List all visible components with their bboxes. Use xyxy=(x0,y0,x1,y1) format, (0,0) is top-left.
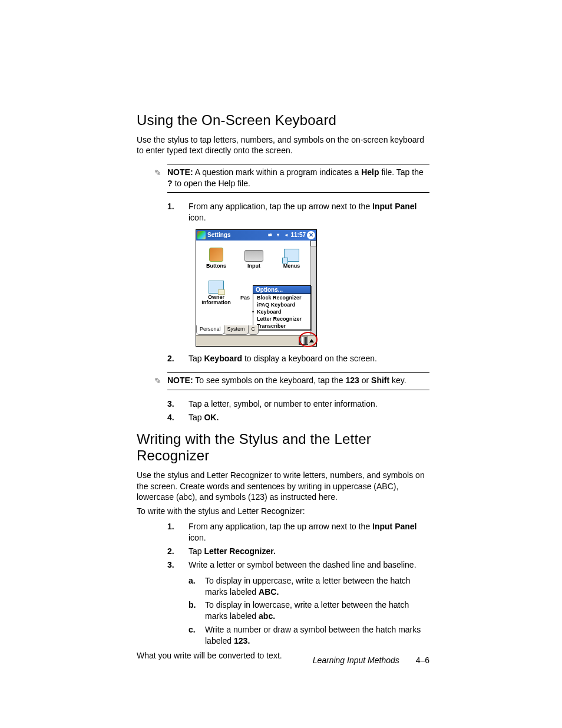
popup-item-block-recognizer[interactable]: Block Recognizer xyxy=(253,294,310,301)
owner-label: Owner Information xyxy=(199,295,234,305)
note-1: ✎ NOTE: A question mark within a program… xyxy=(167,164,429,192)
substep-c: c. Write a number or draw a symbol betwe… xyxy=(189,624,429,647)
note-icon: ✎ xyxy=(154,376,161,386)
substep-b: b. To display in lowercase, write a lett… xyxy=(189,599,429,622)
close-button[interactable]: ✕ xyxy=(307,231,315,239)
section2-intro: Use the stylus and Letter Recognizer to … xyxy=(137,470,429,502)
popup-item-keyboard[interactable]: Keyboard xyxy=(253,308,310,315)
settings-tabs: Personal System C xyxy=(196,325,258,335)
section2-lead: To write with the stylus and Letter Reco… xyxy=(137,506,429,516)
popup-item-transcriber[interactable]: Transcriber xyxy=(253,322,310,330)
titlebar-title: Settings xyxy=(207,232,230,238)
s2-step-1: 1. From any application, tap the up arro… xyxy=(167,521,429,543)
popup-item-letter-recognizer[interactable]: Letter Recognizer xyxy=(253,315,310,322)
step-2: 2. Tap Keyboard to display a keyboard on… xyxy=(167,353,429,364)
owner-info-applet[interactable]: Owner Information xyxy=(199,277,234,305)
step-4: 4. Tap OK. xyxy=(167,412,429,423)
device-frame: Settings ⇄ ▾ ◂ 11:57 ✕ Buttons Input xyxy=(196,229,317,347)
tab-system[interactable]: System xyxy=(224,325,249,335)
popup-header[interactable]: Options... xyxy=(253,286,310,294)
menus-icon xyxy=(284,249,299,262)
input-label: Input xyxy=(236,263,272,269)
section2-steps: 1. From any application, tap the up arro… xyxy=(167,521,429,571)
input-method-popup: Options... Block Recognizer iPAQ Keyboar… xyxy=(253,285,311,330)
sip-input-panel-button[interactable] xyxy=(297,336,315,345)
section1-steps-b: 2. Tap Keyboard to display a keyboard on… xyxy=(167,353,429,364)
page-footer: Learning Input Methods 4–6 xyxy=(313,655,429,665)
scroll-up-button[interactable] xyxy=(310,241,316,246)
start-icon[interactable] xyxy=(197,231,206,239)
note-1-text: NOTE: A question mark within a program i… xyxy=(167,167,429,188)
popup-item-ipaq-keyboard[interactable]: iPAQ Keyboard xyxy=(253,301,310,308)
section1-heading: Using the On-Screen Keyboard xyxy=(137,112,429,129)
s2-step-3: 3. Write a letter or symbol between the … xyxy=(167,559,429,571)
step-3: 3. Tap a letter, symbol, or number to en… xyxy=(167,398,429,410)
device-client-area: Buttons Input Menus Owner Information Pa… xyxy=(196,241,316,335)
menus-applet[interactable]: Menus xyxy=(274,245,309,269)
step-1: 1. From any application, tap the up arro… xyxy=(167,201,429,223)
input-applet[interactable]: Input xyxy=(236,245,272,269)
footer-chapter: Learning Input Methods xyxy=(313,655,399,665)
password-applet-truncated[interactable]: Pas xyxy=(236,277,254,301)
buttons-applet[interactable]: Buttons xyxy=(199,245,234,269)
clock[interactable]: 11:57 xyxy=(290,232,306,238)
tab-personal[interactable]: Personal xyxy=(196,325,224,335)
buttons-label: Buttons xyxy=(199,263,234,269)
section2-heading: Writing with the Stylus and the Letter R… xyxy=(137,431,429,464)
note-2-text: NOTE: To see symbols on the keyboard, ta… xyxy=(167,375,429,386)
section1-intro: Use the stylus to tap letters, numbers, … xyxy=(137,134,429,156)
section1-steps-c: 3. Tap a letter, symbol, or number to en… xyxy=(167,398,429,423)
note-label: NOTE: xyxy=(167,167,193,177)
footer-pagenum: 4–6 xyxy=(416,655,429,665)
up-arrow-icon xyxy=(309,339,314,342)
menus-label: Menus xyxy=(274,263,309,269)
sip-keyboard-icon xyxy=(299,337,308,345)
keyboard-icon xyxy=(244,250,263,262)
password-label-truncated: Pas xyxy=(236,295,254,301)
section1-steps: 1. From any application, tap the up arro… xyxy=(167,201,429,223)
s2-step-2: 2. Tap Letter Recognizer. xyxy=(167,546,429,557)
note-label: NOTE: xyxy=(167,375,193,385)
tab-connections-truncated[interactable]: C xyxy=(248,325,259,335)
manual-page: Using the On-Screen Keyboard Use the sty… xyxy=(0,0,562,728)
volume-icon[interactable]: ◂ xyxy=(283,232,290,239)
device-screenshot-figure: Settings ⇄ ▾ ◂ 11:57 ✕ Buttons Input xyxy=(196,229,429,347)
device-bottom-bar xyxy=(196,335,316,346)
device-titlebar[interactable]: Settings ⇄ ▾ ◂ 11:57 ✕ xyxy=(196,230,316,241)
signal-icon[interactable]: ▾ xyxy=(275,232,282,239)
owner-icon xyxy=(209,281,224,294)
connectivity-icon[interactable]: ⇄ xyxy=(266,232,273,239)
note-icon: ✎ xyxy=(154,168,161,177)
substep-a: a. To display in uppercase, write a lett… xyxy=(189,575,429,598)
section2-substeps: a. To display in uppercase, write a lett… xyxy=(189,575,429,647)
buttons-icon xyxy=(209,248,223,262)
note-2: ✎ NOTE: To see symbols on the keyboard, … xyxy=(167,372,429,390)
question-mark-icon: ? xyxy=(167,179,173,188)
